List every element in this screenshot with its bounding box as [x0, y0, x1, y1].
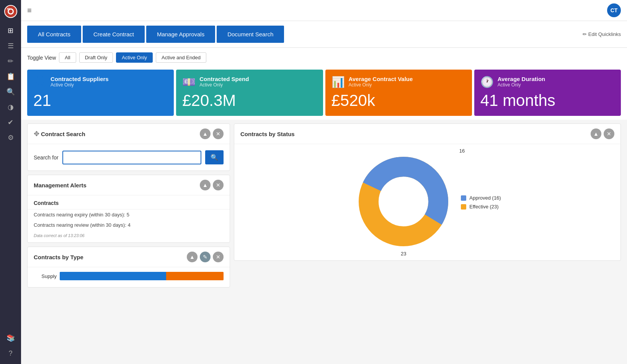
- topnav: ≡ CT: [21, 0, 627, 21]
- contracted-spend-card: 💷 Contracted Spend Active Only £20.3M: [176, 70, 323, 116]
- contracts-by-type-body: Supply: [28, 267, 230, 287]
- suppliers-value: 21: [33, 88, 168, 110]
- add-doc-icon[interactable]: 📋: [4, 70, 18, 83]
- svg-text:m: m: [7, 7, 10, 11]
- contract-search-actions: ▲ ✕: [200, 128, 224, 139]
- check-circle-icon[interactable]: ✔: [4, 115, 18, 129]
- contracts-by-status-header: Contracts by Status ▲ ✕: [234, 124, 620, 144]
- contracted-suppliers-card: 👤 Contracted Suppliers Active Only 21: [27, 70, 174, 116]
- manage-approvals-button[interactable]: Manage Approvals: [146, 26, 215, 43]
- average-contract-value-card: 📊 Average Contract Value Active Only £52…: [325, 70, 472, 116]
- contracts-by-status-title: Contracts by Status: [240, 131, 591, 137]
- avg-value-icon: 📊: [331, 76, 345, 88]
- pencil-icon: ✏: [583, 31, 587, 37]
- contracts-by-type-actions: ▲ ✎ ✕: [187, 252, 224, 262]
- effective-dot: [461, 204, 466, 210]
- supply-bar-label: Supply: [34, 273, 57, 279]
- management-alerts-body: Contracts Contracts nearing expiry (with…: [28, 195, 230, 242]
- contract-search-title: Contract Search: [41, 131, 200, 137]
- contracts-by-type-widget: Contracts by Type ▲ ✎ ✕ Supply: [27, 247, 230, 288]
- alert-timestamp: Data correct as of 13:23:06: [28, 230, 230, 242]
- supply-bar-row: Supply: [34, 272, 224, 280]
- toggle-active[interactable]: Active Only: [116, 52, 153, 63]
- average-duration-card: 🕐 Average Duration Active Only 41 months: [474, 70, 621, 116]
- search-button[interactable]: 🔍: [205, 150, 224, 164]
- toggle-active-ended[interactable]: Active and Ended: [156, 52, 206, 63]
- pie-icon[interactable]: ◑: [4, 100, 18, 114]
- contract-search-body: Search for 🔍: [28, 144, 230, 171]
- grid-icon[interactable]: ⊞: [4, 24, 18, 37]
- approved-count-label: 16: [459, 148, 465, 154]
- search-icon[interactable]: 🔍: [4, 85, 18, 99]
- stat-cards-row: 👤 Contracted Suppliers Active Only 21 💷 …: [21, 66, 627, 120]
- left-panel: ✥ Contract Search ▲ ✕ Search for 🔍: [27, 123, 230, 360]
- sidebar: m ⊞ ☰ ✏ 📋 🔍 ◑ ✔ ⚙ 📚 ?: [0, 0, 21, 364]
- search-input[interactable]: [62, 151, 201, 164]
- supply-bar-orange: [166, 272, 224, 280]
- donut-legend: Approved (16) Effective (23): [461, 195, 501, 210]
- edit-doc-icon[interactable]: ✏: [4, 54, 18, 68]
- edit-quicklinks-link[interactable]: ✏ Edit Quicklinks: [583, 31, 621, 37]
- type-collapse-button[interactable]: ▲: [187, 252, 198, 262]
- management-alerts-header: Management Alerts ▲ ✕: [28, 175, 230, 195]
- avatar[interactable]: CT: [607, 3, 621, 17]
- approved-dot: [461, 195, 466, 201]
- status-close-button[interactable]: ✕: [604, 128, 614, 139]
- right-panel: Contracts by Status ▲ ✕ 16: [234, 123, 621, 360]
- create-contract-button[interactable]: Create Contract: [83, 26, 145, 43]
- supply-bar-track: [60, 272, 224, 280]
- topnav-right: CT: [607, 3, 621, 17]
- contracts-by-status-body: 16 23: [234, 144, 620, 260]
- supply-bar-blue: [60, 272, 166, 280]
- drag-handle-icon[interactable]: ✥: [34, 130, 39, 138]
- legend-effective: Effective (23): [461, 204, 501, 210]
- toggle-all[interactable]: All: [59, 52, 76, 63]
- settings-icon[interactable]: ⚙: [4, 131, 18, 145]
- duration-title: Average Duration: [498, 76, 545, 82]
- document-search-button[interactable]: Document Search: [217, 26, 284, 43]
- spend-value: £20.3M: [182, 88, 317, 110]
- management-alerts-actions: ▲ ✕: [200, 180, 224, 190]
- duration-icon: 🕐: [480, 76, 494, 88]
- list-icon[interactable]: ☰: [4, 39, 18, 53]
- contracts-by-type-title: Contracts by Type: [34, 254, 187, 260]
- management-alerts-widget: Management Alerts ▲ ✕ Contracts Contract…: [27, 175, 230, 243]
- donut-chart: [354, 152, 453, 251]
- avg-value-value: £520k: [331, 88, 466, 110]
- avg-value-subtitle: Active Only: [349, 82, 413, 88]
- alerts-collapse-button[interactable]: ▲: [200, 180, 211, 190]
- book-icon[interactable]: 📚: [4, 331, 18, 345]
- alert-item-review: Contracts nearing review (within 30 days…: [28, 220, 230, 230]
- approved-label: Approved (16): [469, 195, 501, 201]
- all-contracts-button[interactable]: All Contracts: [27, 26, 81, 43]
- effective-count-label: 23: [401, 251, 406, 257]
- help-icon[interactable]: ?: [4, 346, 18, 360]
- duration-subtitle: Active Only: [498, 82, 545, 88]
- spend-title: Contracted Spend: [199, 76, 249, 82]
- alerts-close-button[interactable]: ✕: [213, 180, 224, 190]
- contract-search-collapse-button[interactable]: ▲: [200, 128, 211, 139]
- legend-approved: Approved (16): [461, 195, 501, 201]
- dashboard-panels: ✥ Contract Search ▲ ✕ Search for 🔍: [21, 120, 627, 364]
- menu-icon[interactable]: ≡: [27, 6, 32, 15]
- toggle-draft[interactable]: Draft Only: [79, 52, 113, 63]
- contracts-by-status-actions: ▲ ✕: [591, 128, 614, 139]
- spend-icon: 💷: [182, 76, 196, 88]
- avg-value-title: Average Contract Value: [349, 76, 413, 82]
- search-for-label: Search for: [34, 154, 59, 161]
- contract-search-header: ✥ Contract Search ▲ ✕: [28, 124, 230, 144]
- type-close-button[interactable]: ✕: [213, 252, 224, 262]
- main-content: ≡ CT All Contracts Create Contract Manag…: [21, 0, 627, 364]
- management-alerts-title: Management Alerts: [34, 182, 200, 188]
- suppliers-icon: 👤: [33, 76, 47, 88]
- contracts-by-type-header: Contracts by Type ▲ ✎ ✕: [28, 247, 230, 267]
- search-row: Search for 🔍: [34, 150, 224, 164]
- suppliers-title: Contracted Suppliers: [51, 76, 109, 82]
- duration-value: 41 months: [480, 88, 615, 110]
- alert-item-expiry: Contracts nearing expiry (within 30 days…: [28, 210, 230, 220]
- type-edit-button[interactable]: ✎: [200, 252, 211, 262]
- contract-search-close-button[interactable]: ✕: [213, 128, 224, 139]
- alerts-section-label: Contracts: [28, 195, 230, 210]
- status-collapse-button[interactable]: ▲: [591, 128, 601, 139]
- toggle-view-label: Toggle View: [27, 55, 56, 61]
